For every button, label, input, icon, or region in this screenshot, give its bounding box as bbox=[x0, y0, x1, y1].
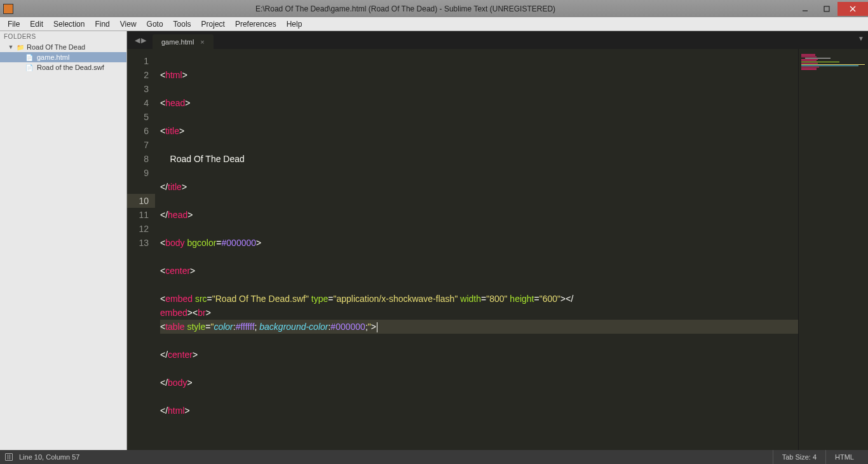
file-icon: 📄 bbox=[25, 64, 33, 71]
code-line: </html> bbox=[160, 404, 798, 418]
menu-preferences[interactable]: Preferences bbox=[230, 18, 281, 30]
line-number: 12 bbox=[127, 222, 149, 236]
tab-game-html[interactable]: game.html × bbox=[153, 34, 214, 49]
folder-label: Road Of The Dead bbox=[27, 43, 85, 51]
statusbar: Line 10, Column 57 Tab Size: 4 HTML bbox=[0, 450, 868, 464]
line-number: 3 bbox=[127, 82, 149, 96]
code-area[interactable]: <html> <head> <title> Road Of The Dead <… bbox=[155, 49, 798, 450]
sidebar-file-swf[interactable]: 📄 Road of the Dead.swf bbox=[0, 62, 126, 72]
window-title: E:\Road Of The Dead\game.html (Road Of T… bbox=[17, 4, 794, 13]
menu-selection[interactable]: Selection bbox=[48, 18, 90, 30]
line-number: 9 bbox=[127, 166, 149, 180]
file-icon: 📄 bbox=[25, 53, 33, 61]
tab-close-icon[interactable]: × bbox=[200, 38, 204, 46]
folder-toggle-icon[interactable]: ▼ bbox=[8, 44, 14, 50]
editor[interactable]: 123456789 10111213 <html> <head> <title>… bbox=[127, 49, 868, 450]
code-line: </center> bbox=[160, 348, 798, 362]
line-number: 1 bbox=[127, 54, 149, 68]
line-number: 10 bbox=[127, 194, 155, 208]
menu-file[interactable]: File bbox=[3, 18, 25, 30]
gutter: 123456789 10111213 bbox=[127, 49, 155, 450]
folder-icon: 📁 bbox=[17, 43, 24, 51]
menu-project[interactable]: Project bbox=[196, 18, 230, 30]
app-icon bbox=[3, 4, 13, 14]
code-line: <embed src="Road Of The Dead.swf" type="… bbox=[160, 292, 798, 306]
window-minimize-button[interactable] bbox=[794, 2, 816, 16]
tab-dropdown-icon[interactable]: ▼ bbox=[858, 35, 864, 42]
menu-edit[interactable]: Edit bbox=[25, 18, 48, 30]
menubar: File Edit Selection Find View Goto Tools… bbox=[0, 17, 868, 31]
code-line-current: <table style="color:#ffffff; background-… bbox=[160, 320, 798, 334]
status-syntax[interactable]: HTML bbox=[825, 450, 863, 464]
code-line: <title> bbox=[160, 124, 798, 138]
code-line: </head> bbox=[160, 208, 798, 222]
file-label: Road of the Dead.swf bbox=[37, 64, 104, 71]
sidebar-header: FOLDERS bbox=[0, 31, 126, 42]
status-tab-size[interactable]: Tab Size: 4 bbox=[773, 450, 825, 464]
menu-tools[interactable]: Tools bbox=[168, 18, 196, 30]
window-maximize-button[interactable] bbox=[816, 2, 837, 16]
text-cursor bbox=[377, 322, 377, 332]
code-line: Road Of The Dead bbox=[160, 152, 798, 166]
sidebar-folder[interactable]: ▼ 📁 Road Of The Dead bbox=[0, 42, 126, 52]
code-line: <html> bbox=[160, 68, 798, 82]
minimap[interactable] bbox=[798, 49, 868, 450]
panel-switcher-icon[interactable] bbox=[5, 453, 13, 461]
tabbar: ◀ ▶ game.html × ▼ bbox=[127, 31, 868, 49]
tab-label: game.html bbox=[161, 38, 194, 46]
line-number: 7 bbox=[127, 138, 149, 152]
file-label: game.html bbox=[37, 53, 69, 61]
status-position[interactable]: Line 10, Column 57 bbox=[19, 453, 79, 461]
line-number: 13 bbox=[127, 236, 149, 250]
window-close-button[interactable] bbox=[837, 2, 868, 16]
code-line: </title> bbox=[160, 180, 798, 194]
line-number: 2 bbox=[127, 68, 149, 82]
menu-view[interactable]: View bbox=[115, 18, 142, 30]
line-number: 8 bbox=[127, 152, 149, 166]
sidebar-file-game[interactable]: 📄 game.html bbox=[0, 52, 126, 62]
line-number: 5 bbox=[127, 110, 149, 124]
window-titlebar: E:\Road Of The Dead\game.html (Road Of T… bbox=[0, 0, 868, 17]
svg-rect-1 bbox=[824, 6, 829, 11]
code-line: </body> bbox=[160, 376, 798, 390]
line-number: 11 bbox=[127, 208, 149, 222]
code-line: <center> bbox=[160, 264, 798, 278]
tab-history-back-icon[interactable]: ◀ bbox=[135, 36, 140, 44]
tab-history-forward-icon[interactable]: ▶ bbox=[141, 36, 146, 44]
sidebar: FOLDERS ▼ 📁 Road Of The Dead 📄 game.html… bbox=[0, 31, 127, 450]
line-number: 6 bbox=[127, 124, 149, 138]
line-number: 4 bbox=[127, 96, 149, 110]
menu-find[interactable]: Find bbox=[90, 18, 114, 30]
code-line: <head> bbox=[160, 96, 798, 110]
code-line: <body bgcolor=#000000> bbox=[160, 236, 798, 250]
menu-goto[interactable]: Goto bbox=[142, 18, 168, 30]
menu-help[interactable]: Help bbox=[281, 18, 308, 30]
